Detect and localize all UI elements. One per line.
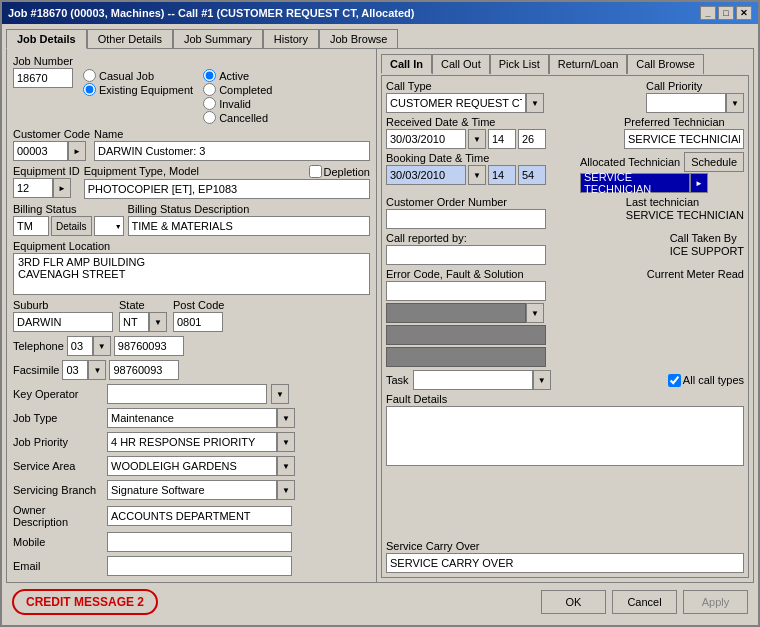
tab-call-in[interactable]: Call In [381,54,432,74]
task-input[interactable] [413,370,533,390]
telephone-prefix-btn[interactable]: ▼ [93,336,111,356]
billing-status-dropdown-wrap [94,216,124,236]
error-code-btn[interactable]: ▼ [526,303,544,323]
tab-return-loan[interactable]: Return/Loan [549,54,628,74]
state-btn[interactable]: ▼ [149,312,167,332]
telephone-prefix-input[interactable] [67,336,93,356]
invalid-radio[interactable]: Invalid [203,97,272,110]
postcode-input[interactable] [173,312,223,332]
service-area-input[interactable] [107,456,277,476]
ok-button[interactable]: OK [541,590,606,614]
details-button[interactable]: Details [51,216,92,236]
job-type-radios: Casual Job Existing Equipment [83,69,193,96]
tab-job-details[interactable]: Job Details [6,29,87,49]
equipment-id-btn[interactable]: ► [53,178,71,198]
equipment-id-label: Equipment ID [13,165,80,177]
job-type-input[interactable] [107,408,277,428]
facsimile-input[interactable] [109,360,179,380]
active-radio[interactable]: Active [203,69,272,82]
task-label: Task [386,374,409,386]
customer-code-btn[interactable]: ► [68,141,86,161]
depletion-check[interactable]: Depletion [309,165,370,178]
servicing-branch-btn[interactable]: ▼ [277,480,295,500]
customer-order-input[interactable] [386,209,546,229]
state-input[interactable] [119,312,149,332]
booking-date-btn[interactable]: ▼ [468,165,486,185]
service-area-btn[interactable]: ▼ [277,456,295,476]
cancelled-radio[interactable]: Cancelled [203,111,272,124]
tab-call-browse[interactable]: Call Browse [627,54,704,74]
owner-desc-input[interactable] [107,506,292,526]
facsimile-prefix-btn[interactable]: ▼ [88,360,106,380]
tab-pick-list[interactable]: Pick List [490,54,549,74]
booking-row: Booking Date & Time ▼ Allocated Technici… [386,152,744,193]
call-priority-input[interactable] [646,93,726,113]
servicing-branch-input[interactable] [107,480,277,500]
schedule-button[interactable]: Schedule [684,152,744,172]
service-carry-over-input[interactable] [386,553,744,573]
tab-call-out[interactable]: Call Out [432,54,490,74]
booking-date-section: Booking Date & Time ▼ [386,152,574,193]
received-time1-input[interactable] [488,129,516,149]
suburb-input[interactable] [13,312,113,332]
billing-status-select[interactable] [94,216,124,236]
name-input[interactable] [94,141,370,161]
job-number-input[interactable] [13,68,73,88]
received-date-btn[interactable]: ▼ [468,129,486,149]
error-code-input[interactable] [386,281,546,301]
tab-history[interactable]: History [263,29,319,49]
apply-button[interactable]: Apply [683,590,748,614]
call-priority-btn[interactable]: ▼ [726,93,744,113]
main-panel: Job Number Casual Job Existing Equipment [6,48,754,583]
fault-details-textarea[interactable] [386,406,744,466]
minimize-button[interactable]: _ [700,6,716,20]
tab-other-details[interactable]: Other Details [87,29,173,49]
casual-job-radio[interactable]: Casual Job [83,69,193,82]
booking-time2-input[interactable] [518,165,546,185]
call-reported-input[interactable] [386,245,546,265]
call-type-input[interactable] [386,93,526,113]
existing-equipment-radio[interactable]: Existing Equipment [83,83,193,96]
job-type-btn[interactable]: ▼ [277,408,295,428]
all-call-types-check[interactable]: All call types [668,374,744,387]
customer-code-input[interactable] [13,141,68,161]
allocated-tech-display[interactable]: SERVICE TECHNICIAN [580,173,690,193]
equipment-location-section: Equipment Location 3RD FLR AMP BUILDING … [13,240,370,295]
booking-time1-input[interactable] [488,165,516,185]
job-priority-btn[interactable]: ▼ [277,432,295,452]
equipment-type-input[interactable] [84,179,370,199]
equipment-location-label: Equipment Location [13,240,370,252]
right-content: Call Type ▼ Call Priority ▼ [381,75,749,578]
billing-status-row: Details [13,216,124,236]
billing-desc-input[interactable] [128,216,370,236]
allocated-tech-btn[interactable]: ► [690,173,708,193]
call-type-btn[interactable]: ▼ [526,93,544,113]
task-btn[interactable]: ▼ [533,370,551,390]
mobile-input[interactable] [107,532,292,552]
main-window: Job #18670 (00003, Machines) -- Call #1 … [0,0,760,627]
booking-date-input[interactable] [386,165,466,185]
equipment-id-input[interactable] [13,178,53,198]
close-button[interactable]: ✕ [736,6,752,20]
facsimile-prefix-input[interactable] [62,360,88,380]
call-type-label: Call Type [386,80,640,92]
billing-status-input[interactable] [13,216,49,236]
cancel-button[interactable]: Cancel [612,590,677,614]
completed-radio[interactable]: Completed [203,83,272,96]
tab-job-browse[interactable]: Job Browse [319,29,398,49]
equipment-location-line2: CAVENAGH STREET [18,268,365,280]
phone-section: Telephone ▼ [13,336,370,356]
tab-job-summary[interactable]: Job Summary [173,29,263,49]
key-operator-input[interactable] [107,384,267,404]
received-date-input[interactable] [386,129,466,149]
email-input[interactable] [107,556,292,576]
telephone-input[interactable] [114,336,184,356]
maximize-button[interactable]: □ [718,6,734,20]
preferred-tech-input[interactable] [624,129,744,149]
service-area-section: Service Area ▼ [13,456,370,476]
window-title: Job #18670 (00003, Machines) -- Call #1 … [8,7,415,19]
key-operator-btn[interactable]: ▼ [271,384,289,404]
all-call-types-label: All call types [683,374,744,386]
received-time2-input[interactable] [518,129,546,149]
job-priority-input[interactable] [107,432,277,452]
